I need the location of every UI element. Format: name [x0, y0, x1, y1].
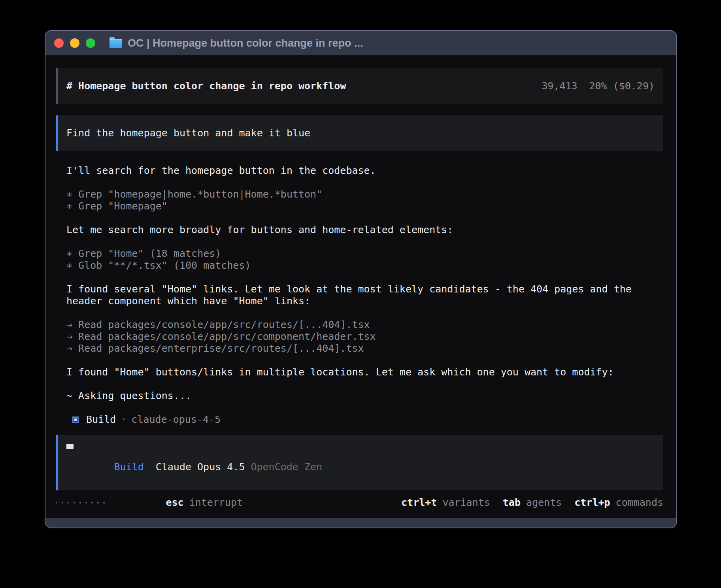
shortcut-esc: escinterrupt: [118, 485, 243, 518]
active-model: Claude Opus 4.5: [156, 461, 245, 473]
folder-icon: [109, 39, 122, 48]
spinner-dot: [79, 502, 81, 503]
transcript-line: ∗ Grep "Home" (18 matches): [66, 248, 663, 260]
transcript-line: I found "Home" buttons/links in multiple…: [66, 366, 663, 378]
shortcut-label: variants: [442, 497, 490, 509]
spinner-dot: [62, 502, 63, 503]
terminal-content: # Homepage button color change in repo w…: [45, 55, 676, 518]
session-cost: ($0.29): [613, 80, 655, 92]
user-message-text: Find the homepage button and make it blu…: [66, 127, 310, 139]
shortcut-ctrl-t: ctrl+tvariants: [401, 497, 490, 509]
window-title: OC | Homepage button color change in rep…: [128, 37, 363, 49]
transcript-line: Let me search more broadly for buttons a…: [66, 224, 663, 236]
transcript-line: [66, 212, 663, 224]
transcript-line: → Read packages/console/app/src/componen…: [66, 331, 663, 343]
agent-name: Build: [86, 414, 116, 426]
status-bar: escinterrupt ctrl+tvariantstabagentsctrl…: [56, 497, 663, 509]
spinner-dot: [97, 502, 99, 503]
transcript-line: ~ Asking questions...: [66, 390, 663, 402]
spinner-dot: [91, 502, 93, 503]
shortcut-label: commands: [616, 497, 663, 509]
transcript-line: ∗ Grep "homepage|home.*button|Home.*butt…: [66, 188, 663, 200]
terminal-window: OC | Homepage button color change in rep…: [45, 30, 677, 528]
transcript-line: [66, 378, 663, 390]
shortcut-tab: tabagents: [503, 497, 562, 509]
zoom-button-icon[interactable]: [86, 38, 95, 48]
agent-model: claude-opus-4-5: [131, 414, 221, 426]
input-status-line: BuildClaude Opus 4.5OpenCode Zen: [66, 449, 655, 485]
transcript-line: ∗ Grep "Homepage": [66, 200, 663, 212]
session-stats: 39,41320%($0.29): [542, 80, 655, 92]
close-button-icon[interactable]: [54, 38, 64, 48]
session-title: # Homepage button color change in repo w…: [66, 80, 346, 92]
shortcut-key: tab: [503, 497, 521, 509]
status-shortcuts: ctrl+tvariantstabagentsctrl+pcommands: [389, 497, 663, 509]
spinner-dot: [85, 502, 87, 503]
transcript-line: [66, 236, 663, 248]
spinner-dot: [74, 502, 75, 503]
spinner-dot: [68, 502, 69, 503]
token-count: 39,413: [542, 80, 577, 92]
shortcut-key: esc: [166, 497, 183, 508]
transcript-line: I found several "Home" links. Let me loo…: [66, 283, 663, 295]
transcript: I'll search for the homepage button in t…: [66, 165, 663, 402]
transcript-line: [66, 354, 663, 366]
transcript-line: [66, 271, 663, 283]
transcript-line: → Read packages/console/app/src/routes/[…: [66, 319, 663, 331]
transcript-line: [66, 307, 663, 319]
prompt-input[interactable]: BuildClaude Opus 4.5OpenCode Zen: [56, 435, 663, 490]
spinner-dot: [56, 502, 57, 503]
model-provider: OpenCode Zen: [251, 461, 322, 473]
transcript-line: I'll search for the homepage button in t…: [66, 165, 663, 177]
transcript-line: [66, 177, 663, 188]
transcript-line: → Read packages/enterprise/src/routes/[.…: [66, 343, 663, 354]
spinner-dot: [103, 502, 105, 503]
agent-footer: Build · claude-opus-4-5: [66, 414, 663, 426]
shortcut-ctrl-p: ctrl+pcommands: [574, 497, 663, 509]
transcript-line: header component which have "Home" links…: [66, 295, 663, 307]
active-agent: Build: [114, 461, 143, 473]
context-percent: 20%: [589, 80, 607, 92]
agent-build-icon: [72, 416, 79, 423]
separator-dot: ·: [121, 414, 126, 426]
shortcut-key: ctrl+t: [401, 497, 437, 509]
minimize-button-icon[interactable]: [70, 38, 79, 48]
spinner-dots-icon: [56, 502, 105, 503]
session-header: # Homepage button color change in repo w…: [56, 68, 663, 104]
window-titlebar[interactable]: OC | Homepage button color change in rep…: [45, 31, 676, 55]
shortcut-label: agents: [526, 497, 562, 509]
shortcut-key: ctrl+p: [574, 497, 610, 509]
user-message: Find the homepage button and make it blu…: [56, 115, 663, 151]
shortcut-label: interrupt: [189, 497, 243, 508]
text-cursor: [66, 444, 74, 449]
window-bottom-strip: [45, 518, 676, 528]
traffic-lights: [54, 38, 95, 48]
transcript-line: ∗ Glob "**/*.tsx" (100 matches): [66, 260, 663, 271]
